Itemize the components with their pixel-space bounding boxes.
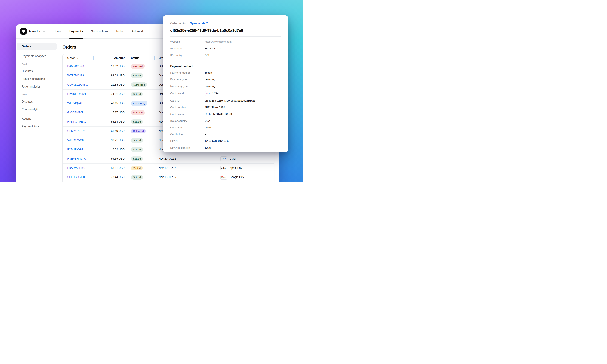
field-label: Card issuer — [170, 113, 205, 116]
order-id-link[interactable]: LRADMZT146... — [67, 166, 87, 169]
field-value: 35.157.172.91 — [205, 47, 222, 50]
page-title: Orders — [62, 45, 76, 50]
amount-cell: 19.02 USD — [94, 65, 126, 68]
active-indicator-bar — [16, 43, 16, 50]
order-id-link[interactable]: ULMSDZ1O08... — [67, 83, 88, 86]
field-label: Recurring type — [170, 85, 205, 88]
apple-pay-chip: Pay — [220, 166, 227, 170]
column-separator[interactable] — [93, 56, 94, 60]
sidebar-item-routing[interactable]: Routing — [16, 117, 58, 121]
field-label: Website — [170, 40, 205, 43]
field-label: Card type — [170, 126, 205, 129]
status-badge: Processing — [131, 101, 147, 106]
asterisk-icon — [22, 29, 25, 34]
status-badge: Settled — [131, 138, 143, 143]
nav-item-payments[interactable]: Payments — [69, 24, 83, 39]
table-row: YZBNAONP8... 88.70 USD Settled Nov 20, 0… — [63, 182, 274, 182]
sidebar-item-payment-links[interactable]: Payment links — [16, 125, 58, 129]
close-icon[interactable] — [278, 22, 282, 25]
field-label: Issuer country — [170, 119, 205, 123]
field-value: 453245 •••• 2692 — [205, 106, 225, 109]
nav-item-risks[interactable]: Risks — [116, 24, 123, 39]
field-value: 1234567890123456 — [205, 140, 229, 143]
field-value: – — [205, 133, 206, 136]
amount-cell: 69.69 USD — [94, 157, 126, 160]
field-label: Card ID — [170, 99, 205, 102]
field-row: Cardholder – — [170, 131, 281, 138]
status-badge: Refunded — [131, 129, 146, 133]
field-row: Payment method Token — [170, 69, 281, 76]
order-id-link[interactable]: RVEVBHNJ77... — [67, 157, 87, 160]
order-id-link[interactable]: WTTZMD336... — [67, 74, 86, 77]
amount-cell: 8.82 USD — [94, 148, 126, 151]
created-cell: Nov 13, 03:55 — [154, 176, 220, 179]
column-header-order-id[interactable]: Order ID — [63, 56, 94, 60]
visa-chip: VISA — [205, 91, 211, 96]
open-in-tab-link[interactable]: Open in tab — [190, 22, 208, 25]
field-label: Payment type — [170, 78, 205, 81]
sidebar-item-apms-risks-analytics[interactable]: Risks analytics — [16, 107, 58, 111]
sidebar-item-cards-risks-analytics[interactable]: Risks analytics — [16, 85, 58, 89]
status-badge: Settled — [131, 147, 143, 152]
status-badge: Declined — [131, 110, 145, 115]
amount-cell: 5.37 USD — [94, 111, 126, 114]
field-label: DPAN — [170, 140, 205, 143]
field-label: IP country — [170, 54, 205, 57]
order-id-link[interactable]: GIOCEH5Y91... — [67, 111, 87, 114]
order-id-link[interactable]: UBMXGNUQ8... — [67, 130, 87, 132]
sidebar-item-cards-disputes[interactable]: Disputes — [16, 69, 58, 73]
sidebar-item-payments-analytics[interactable]: Payments analytics — [16, 54, 58, 58]
order-id-link[interactable]: RKVNFIOA421... — [67, 92, 88, 96]
field-value[interactable]: https://www.acme.com — [205, 40, 232, 43]
sidebar-item-fraud-notifications[interactable]: Fraud notifications — [16, 77, 58, 81]
payment-method-label: Card — [229, 157, 236, 160]
field-row: DPAN 1234567890123456 — [170, 138, 281, 144]
field-value: 12/28 — [205, 146, 211, 149]
field-value: Token — [205, 71, 212, 74]
sidebar-item-apms-disputes[interactable]: Disputes — [16, 100, 58, 104]
table-row: SELOBFUJ50... 78.44 USD Settled Nov 13, … — [63, 172, 274, 182]
order-id-link[interactable]: BAMFBYSK8... — [67, 65, 86, 68]
field-row: Card number 453245 •••• 2692 — [170, 104, 281, 111]
field-value: df53e25e-e259-43d0-99da-b1b0c0a3d7a6 — [205, 99, 255, 102]
order-id-title: df53e25e-e259-43d0-99da-b1b0c0a3d7a6 — [170, 28, 281, 33]
status-badge: Settled — [131, 92, 143, 97]
table-row: LRADMZT146... 53.51 USD Voided Nov 10, 1… — [63, 163, 274, 173]
nav-item-home[interactable]: Home — [53, 24, 61, 39]
column-separator[interactable] — [154, 56, 155, 60]
status-badge: Voided — [131, 166, 143, 170]
table-row: RVEVBHNJ77... 69.69 USD Settled Nov 20, … — [63, 154, 274, 163]
status-badge: Authorized — [131, 82, 147, 87]
company-name[interactable]: Acme Inc. — [29, 30, 41, 33]
field-label: DPAN expiration — [170, 146, 205, 149]
status-badge: Settled — [131, 73, 143, 78]
order-id-link[interactable]: HPNFGYUE4... — [67, 120, 87, 123]
company-switcher-icon[interactable] — [43, 30, 45, 33]
order-id-link[interactable]: FYBUFICG44... — [67, 148, 87, 151]
status-badge: Settled — [131, 119, 143, 124]
field-label: Cardholder — [170, 133, 205, 136]
nav-item-subscriptions[interactable]: Subscriptions — [91, 24, 108, 39]
field-row: Payment type recurring — [170, 76, 281, 83]
column-header-amount[interactable]: Amount — [94, 56, 126, 60]
apple-icon — [221, 167, 223, 169]
field-value: VISA — [213, 92, 219, 95]
field-row: IP country DEU — [170, 52, 281, 59]
panel-header: Order details Open in tab — [170, 22, 281, 25]
google-pay-chip: Pay — [220, 175, 227, 180]
order-id-link[interactable]: VJKZSJWO80... — [67, 139, 87, 142]
order-id-link[interactable]: WFPMQA4L5... — [67, 102, 87, 105]
status-badge: Declined — [131, 64, 145, 69]
created-cell: Nov 20, 00:12 — [154, 157, 220, 160]
amount-cell: 21.83 USD — [94, 83, 126, 86]
order-id-link[interactable]: SELOBFUJ50... — [67, 176, 87, 179]
nav-item-antifraud[interactable]: Antifraud — [132, 24, 143, 39]
sidebar-item-orders[interactable]: Orders — [17, 43, 57, 50]
field-label: Card brand — [170, 92, 205, 95]
field-row: DPAN expiration 12/28 — [170, 144, 281, 151]
column-separator[interactable] — [126, 56, 126, 60]
status-badge: Settled — [131, 156, 143, 161]
company-logo — [20, 28, 27, 35]
sidebar-section-apms: APMs — [16, 93, 62, 96]
column-header-status[interactable]: Status — [126, 56, 154, 60]
